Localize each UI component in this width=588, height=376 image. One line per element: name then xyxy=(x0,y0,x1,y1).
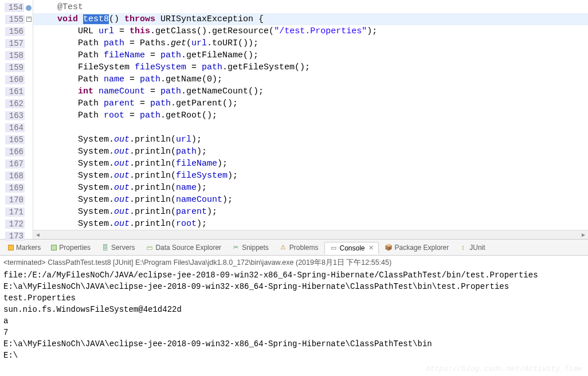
gutter-line[interactable]: 156 xyxy=(0,25,33,37)
gutter-line[interactable]: 158 xyxy=(0,49,33,61)
gutter-line[interactable]: 160 xyxy=(0,73,33,85)
tab-label: Console xyxy=(340,244,365,252)
tab-console[interactable]: ▭Console✕ xyxy=(324,242,379,254)
views-tab-bar: MarkersProperties🗄Servers🗃Data Source Ex… xyxy=(0,240,588,256)
line-number: 168 xyxy=(5,171,25,181)
line-number: 172 xyxy=(5,220,25,229)
package-explorer-icon: 📦 xyxy=(385,244,393,252)
scroll-left-icon[interactable]: ◄ xyxy=(33,230,42,240)
tab-problems[interactable]: ⚠Problems xyxy=(275,242,323,253)
gutter-line[interactable]: 163 xyxy=(0,109,33,122)
code-line[interactable]: System.out.println(fileSystem); xyxy=(33,170,588,182)
scroll-right-icon[interactable]: ► xyxy=(579,230,588,240)
code-content[interactable]: @Test void test8() throws URISyntaxExcep… xyxy=(33,0,588,239)
tab-label: Data Source Explorer xyxy=(155,244,221,252)
console-output-line: E:\a\MyFilesNoCh\JAVA\eclipse-jee-2018-0… xyxy=(3,338,585,350)
tab-data-source-explorer[interactable]: 🗃Data Source Explorer xyxy=(140,242,226,253)
line-number: 157 xyxy=(5,39,25,48)
console-output-line: a xyxy=(3,315,585,327)
gutter-line[interactable]: 154 xyxy=(0,1,33,13)
code-line[interactable]: Path name = path.getName(0); xyxy=(33,73,588,85)
gutter-line[interactable]: 161 xyxy=(0,85,33,97)
line-number: 158 xyxy=(5,51,25,60)
gutter-line[interactable]: 157 xyxy=(0,37,33,49)
console-output-line: E:\ xyxy=(3,350,585,361)
code-line[interactable]: Path path = Paths.get(url.toURI()); xyxy=(33,37,588,49)
gutter-line[interactable]: 170 xyxy=(0,194,33,206)
tab-label: JUnit xyxy=(469,244,485,252)
code-line[interactable]: @Test xyxy=(33,1,588,13)
close-icon[interactable]: ✕ xyxy=(369,244,374,252)
code-line[interactable]: void test8() throws URISyntaxException { xyxy=(33,13,588,25)
code-line[interactable]: Path parent = path.getParent(); xyxy=(33,97,588,109)
gutter-line[interactable]: 172 xyxy=(0,218,33,230)
line-number: 156 xyxy=(5,27,25,36)
code-line[interactable]: System.out.println(fileName); xyxy=(33,158,588,170)
line-number: 160 xyxy=(5,75,25,84)
fold-toggle-icon[interactable] xyxy=(26,17,32,22)
line-number: 169 xyxy=(5,183,25,193)
line-number: 163 xyxy=(5,111,25,120)
snippets-icon: ✂ xyxy=(232,244,240,252)
line-number-gutter[interactable]: 1541551561571581591601611621631641651661… xyxy=(0,0,33,239)
gutter-line[interactable]: 164 xyxy=(0,122,33,134)
code-line[interactable]: System.out.println(url); xyxy=(33,134,588,146)
watermark-text: https://blog.csdn.net/Activity_Time xyxy=(426,363,582,375)
line-number: 173 xyxy=(5,232,25,241)
line-number: 170 xyxy=(5,195,25,205)
data-source-explorer-icon: 🗃 xyxy=(145,244,153,252)
line-number: 154 xyxy=(5,3,24,12)
tab-markers[interactable]: Markers xyxy=(3,242,45,253)
horizontal-scrollbar[interactable]: ◄ ► xyxy=(33,230,588,239)
code-line[interactable]: System.out.println(path); xyxy=(33,146,588,158)
tab-label: Problems xyxy=(289,244,319,252)
line-number: 165 xyxy=(5,135,25,144)
code-line[interactable] xyxy=(33,122,588,134)
tab-package-explorer[interactable]: 📦Package Explorer xyxy=(380,242,454,253)
gutter-line[interactable]: 169 xyxy=(0,182,33,194)
tab-label: Servers xyxy=(111,244,135,252)
tab-label: Properties xyxy=(59,244,91,252)
code-line[interactable]: int nameCount = path.getNameCount(); xyxy=(33,85,588,97)
code-line[interactable]: FileSystem fileSystem = path.getFileSyst… xyxy=(33,61,588,73)
gutter-line[interactable]: 155 xyxy=(0,13,33,25)
code-line[interactable]: Path fileName = path.getFileName(); xyxy=(33,49,588,61)
code-line[interactable]: System.out.println(nameCount); xyxy=(33,194,588,206)
gutter-line[interactable]: 173 xyxy=(0,230,33,242)
code-line[interactable]: URL url = this.getClass().getResource("/… xyxy=(33,25,588,37)
markers-icon xyxy=(8,245,14,250)
gutter-line[interactable]: 167 xyxy=(0,158,33,170)
code-line[interactable]: System.out.println(name); xyxy=(33,182,588,194)
gutter-line[interactable]: 165 xyxy=(0,134,33,146)
console-output-line: 7 xyxy=(3,327,585,338)
tab-label: Markers xyxy=(16,244,41,252)
code-editor[interactable]: 1541551561571581591601611621631641651661… xyxy=(0,0,588,240)
code-line[interactable]: Path root = path.getRoot(); xyxy=(33,109,588,122)
console-output-line: E:\a\MyFilesNoCh\JAVA\eclipse-jee-2018-0… xyxy=(3,281,585,292)
properties-icon xyxy=(51,245,57,250)
problems-icon: ⚠ xyxy=(279,244,287,252)
tab-properties[interactable]: Properties xyxy=(46,242,95,253)
gutter-line[interactable]: 159 xyxy=(0,61,33,73)
console-output-line: file:/E:/a/MyFilesNoCh/JAVA/eclipse-jee-… xyxy=(3,269,585,281)
tab-junit[interactable]: ⫶JUnit xyxy=(454,242,489,253)
gutter-line[interactable]: 171 xyxy=(0,206,33,218)
console-icon: ▭ xyxy=(330,244,338,252)
line-number: 167 xyxy=(5,159,25,169)
line-number: 159 xyxy=(5,63,25,72)
line-number: 171 xyxy=(5,207,25,217)
line-number: 164 xyxy=(5,123,25,132)
gutter-line[interactable]: 162 xyxy=(0,97,33,109)
code-line[interactable]: System.out.println(root); xyxy=(33,218,588,230)
gutter-line[interactable]: 168 xyxy=(0,170,33,182)
tab-snippets[interactable]: ✂Snippets xyxy=(227,242,273,253)
tab-label: Package Explorer xyxy=(395,244,449,252)
console-view[interactable]: <terminated> ClassPathTest.test8 [JUnit]… xyxy=(0,256,588,376)
console-output-line: sun.nio.fs.WindowsFileSystem@4e1d422d xyxy=(3,304,585,315)
gutter-line[interactable]: 166 xyxy=(0,146,33,158)
line-number: 166 xyxy=(5,147,25,156)
tab-servers[interactable]: 🗄Servers xyxy=(96,242,139,253)
line-number: 155 xyxy=(5,15,25,24)
annotation-marker-icon[interactable] xyxy=(26,5,32,11)
code-line[interactable]: System.out.println(parent); xyxy=(33,206,588,218)
